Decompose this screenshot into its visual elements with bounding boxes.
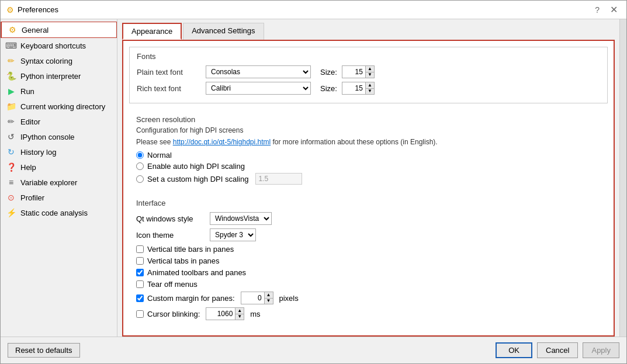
syntax-icon: ✏	[6, 56, 16, 65]
sidebar-item-keyboard[interactable]: ⌨ Keyboard shortcuts	[1, 38, 117, 53]
rich-font-select[interactable]: Calibri	[206, 82, 311, 95]
sidebar-item-help[interactable]: ❓ Help	[1, 160, 117, 175]
sidebar-item-cwd[interactable]: 📁 Current working directory	[1, 99, 117, 114]
plain-size-input[interactable]	[342, 65, 365, 78]
sidebar-item-python[interactable]: 🐍 Python interpreter	[1, 68, 117, 84]
sidebar-item-syntax[interactable]: ✏ Syntax coloring	[1, 53, 117, 68]
sidebar-item-static[interactable]: ⚡ Static code analysis	[1, 205, 117, 220]
fonts-section: Fonts Plain text font Consolas Size: ▲ ▼	[129, 47, 608, 103]
plain-font-label: Plain text font	[137, 68, 201, 77]
profiler-icon: ⊙	[6, 193, 16, 202]
rich-size-label: Size:	[320, 84, 337, 93]
interface-title: Interface	[136, 199, 601, 207]
sidebar-item-variable[interactable]: ≡ Variable explorer	[1, 175, 117, 190]
custom-margin-input[interactable]	[241, 292, 264, 304]
custom-margin-label: Custom margin for panes:	[147, 294, 235, 303]
sidebar-label-static: Static code analysis	[20, 209, 88, 217]
screen-res-info: Please see http://doc.qt.io/qt-5/highdpi…	[136, 138, 601, 146]
plain-size-down[interactable]: ▼	[366, 72, 374, 78]
reset-defaults-button[interactable]: Reset to defaults	[8, 343, 80, 358]
tab-content-appearance: Fonts Plain text font Consolas Size: ▲ ▼	[122, 40, 615, 337]
content-area: ⚙ General ⌨ Keyboard shortcuts ✏ Syntax …	[1, 19, 626, 337]
static-icon: ⚡	[6, 208, 16, 217]
rich-font-label: Rich text font	[137, 84, 201, 93]
screen-res-title: Screen resolution	[136, 115, 601, 124]
rich-size-spinner: ▲ ▼	[342, 82, 375, 95]
ms-label: ms	[250, 310, 260, 318]
radio-normal: Normal	[136, 151, 601, 160]
sidebar-item-general[interactable]: ⚙ General	[1, 22, 117, 38]
rich-size-input[interactable]	[342, 82, 365, 95]
radio-auto-input[interactable]	[136, 162, 144, 170]
general-icon: ⚙	[8, 25, 17, 34]
sidebar-item-editor[interactable]: ✏ Editor	[1, 114, 117, 129]
sidebar-item-run[interactable]: ▶ Run	[1, 84, 117, 99]
sidebar-label-keyboard: Keyboard shortcuts	[20, 41, 86, 50]
plain-font-select[interactable]: Consolas	[206, 65, 311, 78]
vertical-tabs-checkbox[interactable]	[136, 257, 144, 265]
qt-style-select[interactable]: WindowsVista	[210, 212, 272, 225]
tab-advanced[interactable]: Advanced Settings	[183, 23, 264, 40]
vertical-title-checkbox[interactable]	[136, 245, 144, 253]
icon-theme-select[interactable]: Spyder 3	[210, 228, 256, 241]
sidebar-label-run: Run	[20, 87, 34, 96]
sidebar-item-history[interactable]: ↻ History log	[1, 144, 117, 160]
radio-custom-dpi: Set a custom high DPI scaling	[136, 173, 601, 185]
tab-appearance[interactable]: Appearance	[122, 23, 182, 40]
icon-theme-row: Icon theme Spyder 3	[136, 228, 601, 241]
scrollbar[interactable]	[619, 19, 626, 337]
cursor-blinking-checkbox[interactable]	[136, 310, 144, 318]
close-button[interactable]: ✕	[607, 3, 621, 16]
plain-font-row: Plain text font Consolas Size: ▲ ▼	[137, 65, 600, 78]
bottom-bar: Reset to defaults OK Cancel Apply	[1, 337, 626, 363]
sidebar-item-profiler[interactable]: ⊙ Profiler	[1, 190, 117, 205]
qt-style-label: Qt windows style	[136, 214, 206, 223]
cursor-blinking-spinner: ▲ ▼	[206, 307, 244, 320]
sidebar-label-editor: Editor	[20, 117, 40, 126]
cursor-blinking-up[interactable]: ▲	[235, 308, 244, 314]
radio-custom-input[interactable]	[136, 175, 144, 183]
rich-font-row: Rich text font Calibri Size: ▲ ▼	[137, 82, 600, 95]
main-panel: Appearance Advanced Settings Fonts Plain…	[117, 19, 619, 337]
cursor-blinking-input[interactable]	[206, 307, 235, 320]
tabs-bar: Appearance Advanced Settings	[117, 19, 619, 40]
radio-normal-input[interactable]	[136, 151, 144, 159]
keyboard-icon: ⌨	[6, 41, 16, 50]
animated-toolbars-label: Animated toolbars and panes	[147, 268, 246, 277]
cancel-button[interactable]: Cancel	[537, 342, 578, 358]
sidebar-label-python: Python interpreter	[20, 72, 81, 81]
qt-style-row: Qt windows style WindowsVista	[136, 212, 601, 225]
custom-margin-spinner: ▲ ▼	[241, 292, 273, 304]
help-button[interactable]: ?	[592, 4, 602, 16]
window-title: Preferences	[18, 5, 58, 14]
highdpi-link[interactable]: http://doc.qt.io/qt-5/highdpi.html	[173, 138, 271, 146]
vertical-title-label: Vertical title bars in panes	[147, 245, 234, 254]
tear-off-row: Tear off menus	[136, 280, 601, 289]
tear-off-label: Tear off menus	[147, 280, 198, 289]
custom-margin-checkbox[interactable]	[136, 294, 144, 302]
pixels-label: pixels	[279, 294, 299, 303]
custom-margin-down[interactable]: ▼	[265, 299, 273, 304]
cursor-blinking-label: Cursor blinking:	[147, 310, 200, 318]
fonts-title: Fonts	[137, 52, 600, 61]
vertical-tabs-label: Vertical tabs in panes	[147, 256, 220, 265]
radio-auto-dpi: Enable auto high DPI scaling	[136, 162, 601, 171]
apply-button[interactable]: Apply	[583, 342, 619, 358]
rich-size-down[interactable]: ▼	[366, 89, 374, 95]
ok-button[interactable]: OK	[496, 342, 532, 358]
sidebar-item-ipython[interactable]: ↺ IPython console	[1, 129, 117, 144]
radio-custom-label: Set a custom high DPI scaling	[147, 175, 248, 183]
vertical-title-row: Vertical title bars in panes	[136, 245, 601, 254]
plain-size-up[interactable]: ▲	[366, 66, 374, 72]
tear-off-checkbox[interactable]	[136, 280, 144, 288]
help-icon: ❓	[6, 162, 16, 172]
cursor-blinking-down[interactable]: ▼	[235, 314, 244, 320]
screen-res-desc: Configuration for high DPI screens	[136, 126, 601, 134]
custom-margin-up[interactable]: ▲	[265, 292, 273, 299]
custom-dpi-input[interactable]	[255, 173, 302, 185]
plain-size-spinner: ▲ ▼	[342, 65, 375, 78]
animated-toolbars-checkbox[interactable]	[136, 269, 144, 276]
editor-icon: ✏	[6, 117, 16, 126]
rich-size-up[interactable]: ▲	[366, 82, 374, 89]
plain-size-buttons: ▲ ▼	[365, 65, 375, 78]
